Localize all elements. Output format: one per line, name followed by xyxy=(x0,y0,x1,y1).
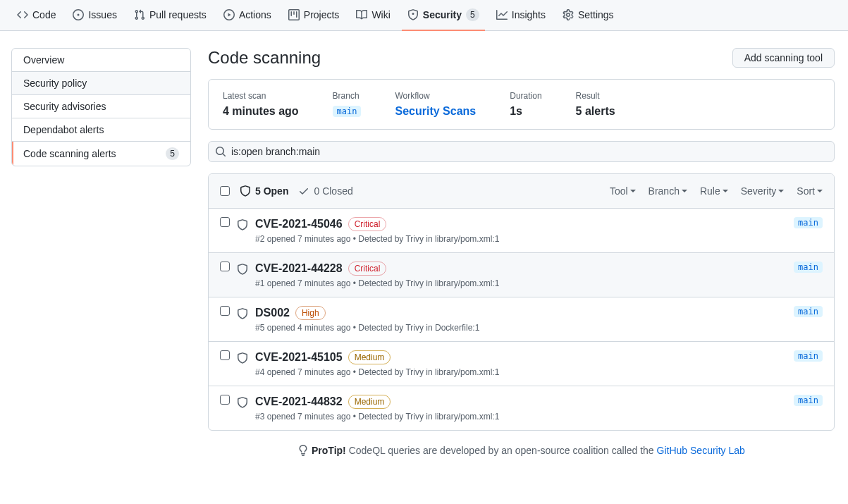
tab-actions[interactable]: Actions xyxy=(218,0,277,31)
tab-pulls[interactable]: Pull requests xyxy=(128,0,212,31)
sidebar-item-code-scanning[interactable]: Code scanning alerts 5 xyxy=(12,142,190,166)
alert-title[interactable]: CVE-2021-45046 xyxy=(255,218,343,231)
protip-link[interactable]: GitHub Security Lab xyxy=(657,445,745,456)
tab-settings[interactable]: Settings xyxy=(557,0,620,31)
tab-issues[interactable]: Issues xyxy=(67,0,122,31)
latest-scan-label: Latest scan xyxy=(223,91,299,101)
workflow-link[interactable]: Security Scans xyxy=(395,105,476,118)
search-input[interactable] xyxy=(208,141,835,162)
search-icon xyxy=(215,146,226,157)
caret-icon xyxy=(778,190,784,192)
protip: ProTip! CodeQL queries are developed by … xyxy=(208,445,835,456)
alert-row[interactable]: CVE-2021-45105Medium#4 opened 7 minutes … xyxy=(209,342,834,386)
shield-icon xyxy=(237,264,248,275)
alert-subtext: #2 opened 7 minutes ago • Detected by Tr… xyxy=(255,234,787,244)
tab-label: Pull requests xyxy=(149,9,207,20)
tab-projects[interactable]: Projects xyxy=(283,0,345,31)
shield-icon xyxy=(237,352,248,364)
select-all-checkbox[interactable] xyxy=(220,186,230,196)
row-checkbox[interactable] xyxy=(220,217,230,227)
main-content: Code scanning Add scanning tool Latest s… xyxy=(208,48,835,456)
closed-filter[interactable]: 0 Closed xyxy=(298,185,352,197)
shield-icon xyxy=(237,308,248,319)
play-icon xyxy=(223,9,235,20)
tab-code[interactable]: Code xyxy=(11,0,61,31)
alert-list-header: 5 Open 0 Closed Tool Branch Rule Severit… xyxy=(209,174,834,209)
repo-tabs: Code Issues Pull requests Actions Projec… xyxy=(0,0,848,31)
filter-tool[interactable]: Tool xyxy=(610,185,636,197)
tab-label: Code xyxy=(32,9,56,20)
tab-label: Insights xyxy=(512,9,546,20)
shield-icon xyxy=(237,219,248,231)
row-checkbox[interactable] xyxy=(220,306,230,316)
shield-icon xyxy=(407,9,419,20)
code-icon xyxy=(17,9,28,20)
row-checkbox[interactable] xyxy=(220,262,230,271)
severity-badge: Critical xyxy=(348,217,387,231)
tab-insights[interactable]: Insights xyxy=(491,0,551,31)
add-scanning-tool-button[interactable]: Add scanning tool xyxy=(732,48,835,68)
alert-title[interactable]: DS002 xyxy=(255,307,290,319)
protip-text: CodeQL queries are developed by an open-… xyxy=(346,445,657,456)
filter-sort[interactable]: Sort xyxy=(797,185,823,197)
caret-icon xyxy=(682,190,687,192)
branch-tag[interactable]: main xyxy=(794,350,823,362)
row-checkbox[interactable] xyxy=(220,395,230,405)
severity-badge: Critical xyxy=(348,262,387,276)
tab-label: Actions xyxy=(239,9,271,20)
shield-icon xyxy=(237,397,248,408)
alert-title[interactable]: CVE-2021-44228 xyxy=(255,262,343,275)
branch-tag[interactable]: main xyxy=(794,262,823,273)
lightbulb-icon xyxy=(297,445,309,456)
tab-wiki[interactable]: Wiki xyxy=(350,0,395,31)
alert-row[interactable]: CVE-2021-45046Critical#2 opened 7 minute… xyxy=(209,209,834,253)
tab-label: Wiki xyxy=(371,9,390,20)
alert-row[interactable]: CVE-2021-44832Medium#3 opened 7 minutes … xyxy=(209,386,834,430)
check-icon xyxy=(298,185,309,197)
project-icon xyxy=(288,9,300,20)
tab-label: Issues xyxy=(88,9,116,20)
security-sidebar: Overview Security policy Security adviso… xyxy=(11,48,191,456)
sidebar-item-dependabot[interactable]: Dependabot alerts xyxy=(12,118,190,142)
alert-list: 5 Open 0 Closed Tool Branch Rule Severit… xyxy=(208,173,835,431)
book-icon xyxy=(356,9,367,20)
alert-subtext: #4 opened 7 minutes ago • Detected by Tr… xyxy=(255,367,787,377)
open-filter[interactable]: 5 Open xyxy=(240,185,288,197)
alert-subtext: #5 opened 4 minutes ago • Detected by Tr… xyxy=(255,323,787,333)
sidebar-item-overview[interactable]: Overview xyxy=(12,49,190,72)
scanning-count-badge: 5 xyxy=(166,147,179,160)
caret-icon xyxy=(723,190,728,192)
caret-icon xyxy=(817,190,823,192)
sidebar-item-advisories[interactable]: Security advisories xyxy=(12,95,190,118)
alert-title[interactable]: CVE-2021-45105 xyxy=(255,351,343,364)
caret-icon xyxy=(630,190,636,192)
workflow-label: Workflow xyxy=(395,91,476,101)
severity-badge: Medium xyxy=(348,395,391,409)
sidebar-item-policy[interactable]: Security policy xyxy=(12,72,190,95)
branch-tag[interactable]: main xyxy=(794,306,823,317)
branch-value[interactable]: main xyxy=(333,106,362,117)
duration-value: 1s xyxy=(510,105,541,118)
duration-label: Duration xyxy=(510,91,541,101)
alert-row[interactable]: CVE-2021-44228Critical#1 opened 7 minute… xyxy=(209,253,834,297)
alert-subtext: #3 opened 7 minutes ago • Detected by Tr… xyxy=(255,412,787,422)
tab-label: Security xyxy=(423,9,462,20)
severity-badge: Medium xyxy=(348,350,391,364)
filter-rule[interactable]: Rule xyxy=(700,185,728,197)
tab-label: Settings xyxy=(578,9,614,20)
alert-title[interactable]: CVE-2021-44832 xyxy=(255,395,343,408)
scan-summary: Latest scan 4 minutes ago Branch main Wo… xyxy=(208,79,835,130)
tab-label: Projects xyxy=(304,9,340,20)
branch-label: Branch xyxy=(333,91,362,101)
alert-row[interactable]: DS002High#5 opened 4 minutes ago • Detec… xyxy=(209,297,834,342)
filter-severity[interactable]: Severity xyxy=(741,185,785,197)
issue-icon xyxy=(73,9,84,20)
branch-tag[interactable]: main xyxy=(794,395,823,406)
tab-security[interactable]: Security 5 xyxy=(402,0,485,31)
branch-tag[interactable]: main xyxy=(794,217,823,228)
gear-icon xyxy=(563,9,574,20)
result-label: Result xyxy=(576,91,615,101)
page-title: Code scanning xyxy=(208,48,321,68)
filter-branch[interactable]: Branch xyxy=(649,185,687,197)
row-checkbox[interactable] xyxy=(220,350,230,360)
